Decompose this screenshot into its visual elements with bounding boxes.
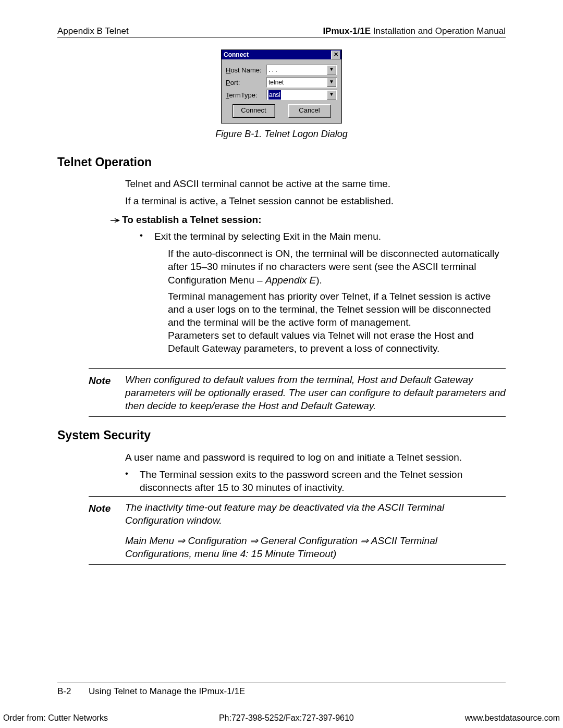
section-title-system-security: System Security [57, 427, 506, 443]
vendor-phone: Ph:727-398-5252/Fax:727-397-9610 [219, 713, 354, 723]
vendor-order: Order from: Cutter Networks [3, 713, 108, 723]
dialog-body: Host Name: . . . ▼ Port: telnet ▼ TermTy… [222, 59, 341, 123]
header-left: Appendix B Telnet [57, 26, 129, 36]
header-doc-title: Installation and Operation Manual [371, 26, 506, 36]
host-name-field[interactable]: . . . ▼ [266, 65, 337, 75]
termtype-label: TermType: [226, 91, 266, 99]
note-label: Note [89, 373, 125, 412]
connect-dialog: Connect ✕ Host Name: . . . ▼ Port: telne… [221, 50, 342, 124]
connect-button[interactable]: Connect [232, 104, 275, 118]
note-body: The inactivity time-out feature may be d… [125, 501, 506, 560]
note-body: When configured to default values from t… [125, 373, 506, 412]
port-value: telnet [268, 78, 284, 87]
section-title-telnet-operation: Telnet Operation [57, 154, 506, 170]
host-name-value: . . . [268, 65, 277, 75]
procedure-heading: To establish a Telnet session: [122, 213, 261, 227]
page-number: B-2 [57, 686, 89, 697]
termtype-field[interactable]: ansi ▼ [266, 90, 337, 100]
chevron-down-icon[interactable]: ▼ [327, 90, 336, 100]
note-line: Main Menu ⇒ Configuration ⇒ General Conf… [125, 534, 506, 560]
page-header: Appendix B Telnet IPmux-1/1E Installatio… [57, 26, 506, 38]
list-item: Exit the terminal by selecting Exit in t… [154, 230, 381, 243]
figure-caption: Figure B-1. Telnet Logon Dialog [0, 129, 563, 140]
chevron-down-icon[interactable]: ▼ [327, 78, 336, 87]
paragraph: If a terminal is active, a Telnet sessio… [125, 194, 506, 207]
paragraph: A user name and password is required to … [125, 451, 506, 464]
port-label: Port: [226, 79, 266, 87]
header-product: IPmux-1/1E [323, 26, 371, 36]
port-field[interactable]: telnet ▼ [266, 77, 337, 88]
chevron-down-icon[interactable]: ▼ [327, 65, 336, 75]
reference-em: Appendix E [265, 275, 316, 286]
note-line: The inactivity time-out feature may be d… [125, 501, 506, 527]
paragraph: Telnet and ASCII terminal cannot be acti… [125, 177, 506, 190]
bullet-icon: • [140, 230, 154, 243]
page-footer: B-2 Using Telnet to Manage the IPmux-1/1… [57, 683, 506, 697]
cancel-button[interactable]: Cancel [288, 104, 331, 118]
procedure-arrow-icon [111, 215, 122, 227]
termtype-value: ansi [268, 90, 281, 100]
dialog-titlebar: Connect ✕ [222, 50, 341, 59]
vendor-url: www.bestdatasource.com [465, 713, 560, 723]
footer-title: Using Telnet to Manage the IPmux-1/1E [89, 686, 245, 697]
sub-paragraph: Parameters set to default values via Tel… [168, 329, 506, 355]
list-item: The Terminal session exits to the passwo… [140, 468, 506, 494]
host-name-label: Host Name: [226, 66, 266, 74]
vendor-footer: Order from: Cutter Networks Ph:727-398-5… [0, 713, 563, 723]
sub-paragraph: If the auto-disconnect is ON, the termin… [168, 247, 506, 286]
dialog-title-text: Connect [224, 51, 249, 58]
note-label: Note [89, 501, 125, 560]
close-icon[interactable]: ✕ [331, 51, 340, 59]
sub-paragraph: Terminal management has priority over Te… [168, 290, 506, 329]
header-right: IPmux-1/1E Installation and Operation Ma… [323, 26, 506, 36]
bullet-icon: • [125, 468, 140, 494]
